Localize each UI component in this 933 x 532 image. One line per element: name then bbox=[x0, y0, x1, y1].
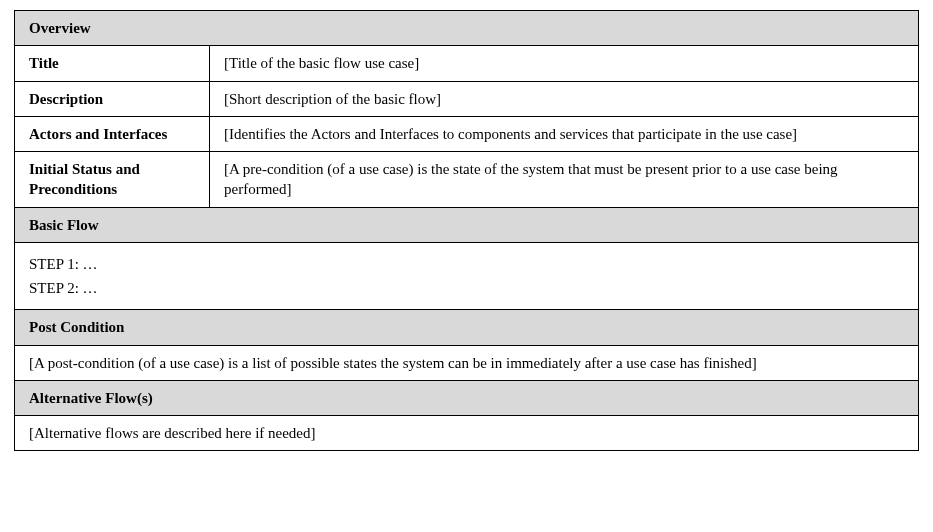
alternative-flow-value: [Alternative flows are described here if… bbox=[15, 416, 919, 451]
basic-flow-step: STEP 2: … bbox=[29, 278, 908, 298]
alternative-flow-header: Alternative Flow(s) bbox=[15, 380, 919, 415]
title-label: Title bbox=[15, 46, 210, 81]
basic-flow-steps: STEP 1: … STEP 2: … bbox=[15, 242, 919, 310]
initial-value: [A pre-condition (of a use case) is the … bbox=[210, 152, 919, 208]
overview-header: Overview bbox=[15, 11, 919, 46]
title-value: [Title of the basic flow use case] bbox=[210, 46, 919, 81]
actors-value: [Identifies the Actors and Interfaces to… bbox=[210, 116, 919, 151]
use-case-table: Overview Title [Title of the basic flow … bbox=[14, 10, 919, 451]
basic-flow-header: Basic Flow bbox=[15, 207, 919, 242]
actors-label: Actors and Interfaces bbox=[15, 116, 210, 151]
description-value: [Short description of the basic flow] bbox=[210, 81, 919, 116]
basic-flow-step: STEP 1: … bbox=[29, 254, 908, 274]
post-condition-header: Post Condition bbox=[15, 310, 919, 345]
initial-label: Initial Status and Preconditions bbox=[15, 152, 210, 208]
description-label: Description bbox=[15, 81, 210, 116]
post-condition-value: [A post-condition (of a use case) is a l… bbox=[15, 345, 919, 380]
